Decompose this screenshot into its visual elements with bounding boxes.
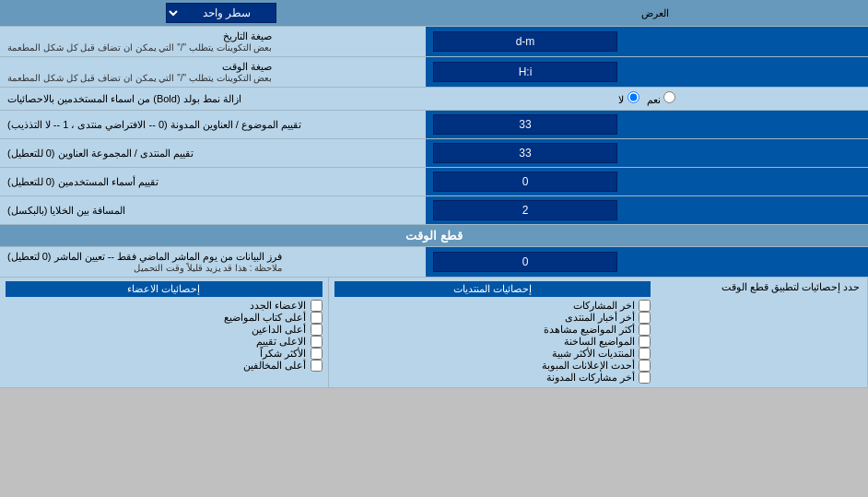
time-format-sublabel: بعض التكوينات يتطلب "/" التي يمكن ان تضا… [7,73,272,83]
posts-label-1: أخر أخبار المنتدى [565,312,635,324]
posts-col-header: إحصائيات المنتديات [334,281,651,297]
posts-cb-6[interactable] [639,372,651,384]
users-names-input[interactable] [433,172,617,192]
header-right-label: العرض [442,5,868,22]
posts-item-1: أخر أخبار المنتدى [334,312,651,324]
time-format-title: صيغة الوقت [7,61,272,73]
topics-order-input[interactable] [433,114,617,135]
display-select[interactable]: سطر واحد [166,3,276,23]
members-label-1: أعلى كتاب المواضيع [224,312,306,324]
members-cb-1[interactable] [311,312,323,324]
members-cb-3[interactable] [311,336,323,348]
members-column: إحصائيات الاعضاء الاعضاء الجدد أعلى كتاب… [0,278,329,387]
cell-distance-input-area [426,196,868,224]
cell-distance-row: المسافة بين الخلايا (بالبكسل) [0,196,868,225]
posts-cb-5[interactable] [639,360,651,372]
date-format-row: صيغة التاريخ بعض التكوينات يتطلب "/" الت… [0,27,868,57]
members-label-0: الاعضاء الجدد [250,300,306,312]
members-item-1: أعلى كتاب المواضيع [6,312,323,324]
cutoff-input[interactable] [433,252,617,272]
date-format-input-area [426,27,868,56]
bold-remove-radio-area: نعم لا [426,88,868,110]
bottom-checkboxes: إحصائيات المنتديات اخر المشاركات أخر أخب… [0,278,656,387]
bold-remove-row: نعم لا ازالة نمط بولد (Bold) من اسماء ال… [0,88,868,111]
stats-apply-label: حدد إحصائيات لتطبيق قطع الوقت [656,278,868,387]
posts-item-2: أكثر المواضيع مشاهدة [334,324,651,336]
forum-order-label: تقييم المنتدى / المجموعة العناوين (0 للت… [0,139,426,167]
users-names-input-area [426,168,868,195]
cell-distance-label: المسافة بين الخلايا (بالبكسل) [0,196,426,224]
users-names-label: تقييم أسماء المستخدمين (0 للتعطيل) [0,168,426,195]
forum-order-row: تقييم المنتدى / المجموعة العناوين (0 للت… [0,139,868,168]
members-cb-2[interactable] [311,324,323,336]
bold-yes-label: نعم [647,91,675,106]
members-cb-0[interactable] [311,300,323,312]
cutoff-input-area [426,247,868,277]
posts-column: إحصائيات المنتديات اخر المشاركات أخر أخب… [329,278,657,387]
cutoff-sublabel: ملاحظة : هذا قد يزيد قليلاً وقت التحميل [7,263,282,273]
bold-remove-label: ازالة نمط بولد (Bold) من اسماء المستخدمي… [0,88,426,110]
posts-item-4: المنتديات الأكثر شبية [334,348,651,360]
posts-label-6: أخر مشاركات المدونة [546,372,635,384]
topics-order-row: تقييم الموضوع / العناوين المدونة (0 -- ا… [0,111,868,139]
time-format-label: صيغة الوقت بعض التكوينات يتطلب "/" التي … [0,57,426,87]
posts-label-3: المواضيع الساخنة [564,336,635,348]
posts-item-0: اخر المشاركات [334,300,651,312]
cutoff-section-header: قطع الوقت [0,225,868,247]
posts-label-0: اخر المشاركات [573,300,635,312]
members-label-2: أعلى الداعين [252,324,306,336]
posts-cb-0[interactable] [639,300,651,312]
cell-distance-input[interactable] [433,200,617,220]
bottom-section: حدد إحصائيات لتطبيق قطع الوقت إحصائيات ا… [0,278,868,388]
posts-item-5: أحدث الإعلانات المبوبة [334,360,651,372]
date-format-sublabel: بعض التكوينات يتطلب "/" التي يمكن ان تضا… [7,42,272,53]
users-names-row: تقييم أسماء المستخدمين (0 للتعطيل) [0,168,868,196]
header-select-area: سطر واحد [0,0,442,26]
posts-cb-1[interactable] [639,312,651,324]
members-label-5: أعلى المخالفين [243,360,306,372]
date-format-input[interactable] [433,31,617,52]
cutoff-title: فرز البيانات من يوم الماشر الماضي فقط --… [7,251,282,263]
bold-yes-radio[interactable] [663,91,675,103]
members-item-0: الاعضاء الجدد [6,300,323,312]
posts-item-3: المواضيع الساخنة [334,336,651,348]
posts-label-4: المنتديات الأكثر شبية [552,348,635,360]
topics-order-label: تقييم الموضوع / العناوين المدونة (0 -- ا… [0,111,426,138]
cutoff-label: فرز البيانات من يوم الماشر الماضي فقط --… [0,247,426,277]
posts-cb-3[interactable] [639,336,651,348]
cutoff-row: فرز البيانات من يوم الماشر الماضي فقط --… [0,247,868,278]
forum-order-input-area [426,139,868,167]
members-label-3: الاعلى تقييم [256,336,306,348]
bold-no-radio[interactable] [628,91,639,103]
time-format-input[interactable] [433,62,617,82]
bold-no-label: لا [618,91,639,106]
members-label-4: الأكثر شكراً [260,348,306,360]
members-item-2: أعلى الداعين [6,324,323,336]
members-cb-5[interactable] [311,360,323,372]
date-format-label: صيغة التاريخ بعض التكوينات يتطلب "/" الت… [0,27,426,56]
members-item-4: الأكثر شكراً [6,348,323,360]
members-item-5: أعلى المخالفين [6,360,323,372]
members-col-header: إحصائيات الاعضاء [6,281,323,297]
posts-cb-2[interactable] [639,324,651,336]
posts-cb-4[interactable] [639,348,651,360]
posts-label-2: أكثر المواضيع مشاهدة [544,324,635,336]
forum-order-input[interactable] [433,143,617,163]
posts-item-6: أخر مشاركات المدونة [334,372,651,384]
members-item-3: الاعلى تقييم [6,336,323,348]
time-format-row: صيغة الوقت بعض التكوينات يتطلب "/" التي … [0,57,868,88]
members-cb-4[interactable] [311,348,323,360]
time-format-input-area [426,57,868,87]
main-container: العرض سطر واحد صيغة التاريخ بعض التكوينا… [0,0,868,388]
top-header-row: العرض سطر واحد [0,0,868,27]
topics-order-input-area [426,111,868,138]
posts-label-5: أحدث الإعلانات المبوبة [542,360,635,372]
date-format-title: صيغة التاريخ [7,30,272,42]
bold-radio-group: نعم لا [618,91,674,106]
